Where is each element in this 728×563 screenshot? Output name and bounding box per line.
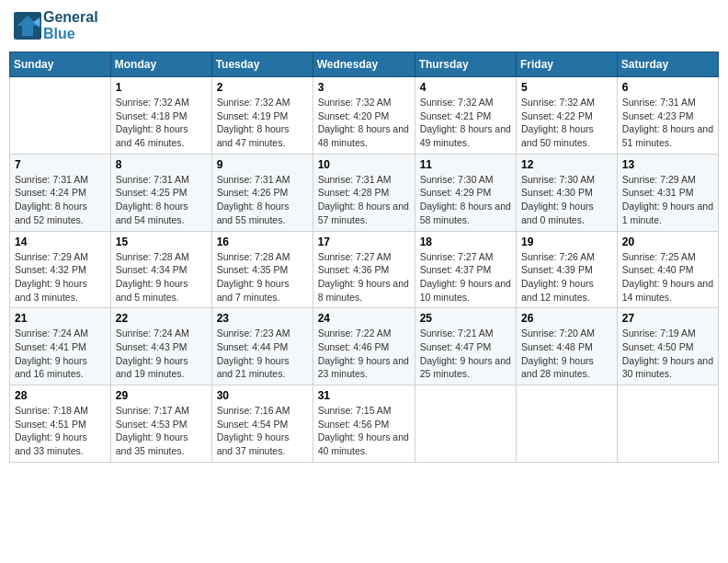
day-number: 29 <box>116 389 207 402</box>
day-number: 14 <box>15 236 106 248</box>
calendar-cell: 17 Sunrise: 7:27 AMSunset: 4:36 PMDaylig… <box>313 231 415 308</box>
logo-icon <box>14 12 41 40</box>
day-detail: Sunrise: 7:28 AMSunset: 4:34 PMDaylight:… <box>116 250 207 304</box>
calendar-cell: 20 Sunrise: 7:25 AMSunset: 4:40 PMDaylig… <box>617 231 718 308</box>
day-detail: Sunrise: 7:22 AMSunset: 4:46 PMDaylight:… <box>318 327 410 381</box>
day-detail: Sunrise: 7:26 AMSunset: 4:39 PMDaylight:… <box>521 250 612 304</box>
day-number: 6 <box>622 81 713 94</box>
day-number: 25 <box>420 312 511 325</box>
header-thursday: Thursday <box>415 52 516 77</box>
day-number: 31 <box>318 389 410 402</box>
day-detail: Sunrise: 7:23 AMSunset: 4:44 PMDaylight:… <box>217 327 308 381</box>
calendar-cell: 8 Sunrise: 7:31 AMSunset: 4:25 PMDayligh… <box>110 154 211 231</box>
day-number: 9 <box>217 158 308 171</box>
calendar-cell: 29 Sunrise: 7:17 AMSunset: 4:53 PMDaylig… <box>110 385 211 463</box>
calendar-cell: 25 Sunrise: 7:21 AMSunset: 4:47 PMDaylig… <box>415 308 516 385</box>
day-detail: Sunrise: 7:18 AMSunset: 4:51 PMDaylight:… <box>15 404 106 458</box>
day-number: 22 <box>116 312 207 325</box>
day-number: 7 <box>15 158 106 171</box>
day-detail: Sunrise: 7:32 AMSunset: 4:19 PMDaylight:… <box>217 96 308 150</box>
day-number: 16 <box>217 236 308 248</box>
calendar-cell: 1 Sunrise: 7:32 AMSunset: 4:18 PMDayligh… <box>110 77 211 155</box>
day-number: 3 <box>318 81 410 94</box>
day-detail: Sunrise: 7:30 AMSunset: 4:29 PMDaylight:… <box>420 173 511 227</box>
day-detail: Sunrise: 7:20 AMSunset: 4:48 PMDaylight:… <box>521 327 612 381</box>
day-number: 15 <box>116 236 207 248</box>
day-detail: Sunrise: 7:24 AMSunset: 4:41 PMDaylight:… <box>15 327 106 381</box>
day-number: 11 <box>420 158 511 171</box>
day-detail: Sunrise: 7:31 AMSunset: 4:24 PMDaylight:… <box>15 173 106 227</box>
day-detail: Sunrise: 7:19 AMSunset: 4:50 PMDaylight:… <box>622 327 713 381</box>
calendar-cell: 23 Sunrise: 7:23 AMSunset: 4:44 PMDaylig… <box>211 308 313 385</box>
calendar-cell: 4 Sunrise: 7:32 AMSunset: 4:21 PMDayligh… <box>415 77 516 155</box>
header-wednesday: Wednesday <box>313 52 415 77</box>
calendar-cell: 28 Sunrise: 7:18 AMSunset: 4:51 PMDaylig… <box>10 385 111 463</box>
day-detail: Sunrise: 7:29 AMSunset: 4:32 PMDaylight:… <box>15 250 106 304</box>
calendar-header-row: SundayMondayTuesdayWednesdayThursdayFrid… <box>10 52 719 77</box>
day-number: 12 <box>521 158 612 171</box>
day-number: 18 <box>420 236 511 248</box>
calendar-cell: 22 Sunrise: 7:24 AMSunset: 4:43 PMDaylig… <box>110 308 211 385</box>
calendar-cell: 3 Sunrise: 7:32 AMSunset: 4:20 PMDayligh… <box>313 77 415 155</box>
calendar-cell: 9 Sunrise: 7:31 AMSunset: 4:26 PMDayligh… <box>211 154 313 231</box>
calendar-table: SundayMondayTuesdayWednesdayThursdayFrid… <box>9 52 719 463</box>
calendar-cell: 7 Sunrise: 7:31 AMSunset: 4:24 PMDayligh… <box>10 154 111 231</box>
day-number: 8 <box>116 158 207 171</box>
day-detail: Sunrise: 7:31 AMSunset: 4:25 PMDaylight:… <box>116 173 207 227</box>
day-detail: Sunrise: 7:30 AMSunset: 4:30 PMDaylight:… <box>521 173 612 227</box>
header-friday: Friday <box>517 52 618 77</box>
day-detail: Sunrise: 7:15 AMSunset: 4:56 PMDaylight:… <box>318 404 410 458</box>
calendar-cell: 21 Sunrise: 7:24 AMSunset: 4:41 PMDaylig… <box>10 308 111 385</box>
calendar-cell: 5 Sunrise: 7:32 AMSunset: 4:22 PMDayligh… <box>517 77 618 155</box>
day-detail: Sunrise: 7:25 AMSunset: 4:40 PMDaylight:… <box>622 250 713 304</box>
day-number: 13 <box>622 158 713 171</box>
calendar-cell: 12 Sunrise: 7:30 AMSunset: 4:30 PMDaylig… <box>517 154 618 231</box>
calendar-cell: 13 Sunrise: 7:29 AMSunset: 4:31 PMDaylig… <box>617 154 718 231</box>
calendar-cell <box>415 385 516 463</box>
page-header: General Blue <box>9 9 719 42</box>
day-number: 21 <box>15 312 106 325</box>
day-number: 28 <box>15 389 106 402</box>
day-detail: Sunrise: 7:32 AMSunset: 4:18 PMDaylight:… <box>116 96 207 150</box>
day-detail: Sunrise: 7:27 AMSunset: 4:36 PMDaylight:… <box>318 250 410 304</box>
day-number: 4 <box>420 81 511 94</box>
day-detail: Sunrise: 7:32 AMSunset: 4:21 PMDaylight:… <box>420 96 511 150</box>
day-detail: Sunrise: 7:32 AMSunset: 4:20 PMDaylight:… <box>318 96 410 150</box>
calendar-week-row: 1 Sunrise: 7:32 AMSunset: 4:18 PMDayligh… <box>10 77 719 155</box>
day-number: 27 <box>622 312 713 325</box>
day-number: 10 <box>318 158 410 171</box>
calendar-cell: 24 Sunrise: 7:22 AMSunset: 4:46 PMDaylig… <box>313 308 415 385</box>
day-detail: Sunrise: 7:31 AMSunset: 4:23 PMDaylight:… <box>622 96 713 150</box>
calendar-cell: 27 Sunrise: 7:19 AMSunset: 4:50 PMDaylig… <box>617 308 718 385</box>
day-number: 26 <box>521 312 612 325</box>
day-number: 20 <box>622 236 713 248</box>
calendar-cell: 14 Sunrise: 7:29 AMSunset: 4:32 PMDaylig… <box>10 231 111 308</box>
day-number: 23 <box>217 312 308 325</box>
calendar-cell: 30 Sunrise: 7:16 AMSunset: 4:54 PMDaylig… <box>211 385 313 463</box>
calendar-cell: 31 Sunrise: 7:15 AMSunset: 4:56 PMDaylig… <box>313 385 415 463</box>
calendar-cell: 19 Sunrise: 7:26 AMSunset: 4:39 PMDaylig… <box>517 231 618 308</box>
calendar-cell: 15 Sunrise: 7:28 AMSunset: 4:34 PMDaylig… <box>110 231 211 308</box>
header-monday: Monday <box>110 52 211 77</box>
calendar-week-row: 7 Sunrise: 7:31 AMSunset: 4:24 PMDayligh… <box>10 154 719 231</box>
day-number: 19 <box>521 236 612 248</box>
calendar-cell: 16 Sunrise: 7:28 AMSunset: 4:35 PMDaylig… <box>211 231 313 308</box>
calendar-week-row: 28 Sunrise: 7:18 AMSunset: 4:51 PMDaylig… <box>10 385 719 463</box>
day-detail: Sunrise: 7:28 AMSunset: 4:35 PMDaylight:… <box>217 250 308 304</box>
calendar-week-row: 21 Sunrise: 7:24 AMSunset: 4:41 PMDaylig… <box>10 308 719 385</box>
calendar-cell <box>517 385 618 463</box>
calendar-cell: 26 Sunrise: 7:20 AMSunset: 4:48 PMDaylig… <box>517 308 618 385</box>
day-number: 5 <box>521 81 612 94</box>
day-detail: Sunrise: 7:16 AMSunset: 4:54 PMDaylight:… <box>217 404 308 458</box>
logo-text: General Blue <box>43 9 98 42</box>
header-saturday: Saturday <box>617 52 718 77</box>
day-detail: Sunrise: 7:32 AMSunset: 4:22 PMDaylight:… <box>521 96 612 150</box>
day-number: 1 <box>116 81 207 94</box>
header-sunday: Sunday <box>10 52 111 77</box>
day-number: 17 <box>318 236 410 248</box>
day-number: 2 <box>217 81 308 94</box>
calendar-cell: 11 Sunrise: 7:30 AMSunset: 4:29 PMDaylig… <box>415 154 516 231</box>
day-detail: Sunrise: 7:17 AMSunset: 4:53 PMDaylight:… <box>116 404 207 458</box>
calendar-cell: 6 Sunrise: 7:31 AMSunset: 4:23 PMDayligh… <box>617 77 718 155</box>
day-number: 24 <box>318 312 410 325</box>
